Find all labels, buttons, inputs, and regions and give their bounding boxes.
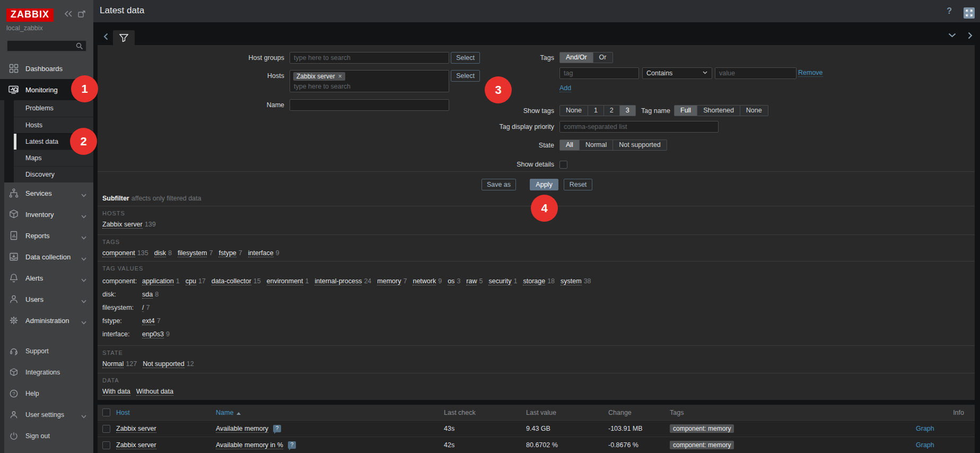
sidebar-search-input[interactable] (7, 40, 86, 51)
item-name-link[interactable]: Available memory in % (216, 441, 283, 449)
hosts-multiselect[interactable]: Zabbix server× type here to search (290, 70, 449, 92)
sidebar-item-sign-out[interactable]: Sign out (0, 425, 93, 447)
tag-operator-select[interactable]: Contains (642, 67, 712, 79)
tag-value-input[interactable] (715, 67, 797, 79)
row-checkbox[interactable] (102, 425, 110, 433)
column-header-tags: Tags (670, 409, 916, 416)
subfilter-link[interactable]: application (142, 277, 174, 285)
page-header: Latest data ? (93, 0, 980, 22)
subfilter-link[interactable]: fstype (218, 249, 236, 257)
sidebar-item-inventory[interactable]: Inventory (0, 204, 93, 225)
item-description-icon[interactable]: ? (288, 441, 296, 449)
remove-host-icon[interactable]: × (338, 73, 342, 80)
subfilter-link[interactable]: security (488, 277, 511, 285)
state-normal[interactable]: Normal (580, 140, 613, 151)
tag-add-link[interactable]: Add (559, 84, 571, 92)
host-link[interactable]: Zabbix server (116, 441, 156, 449)
subfilter-link[interactable]: Not supported (143, 360, 185, 368)
tag-chip[interactable]: component: memory (670, 424, 734, 433)
subfilter-link[interactable]: system (561, 277, 582, 285)
tag-value-group-label: fstype: (102, 317, 142, 326)
subfilter-link[interactable]: Without data (136, 388, 173, 396)
tag-input[interactable] (559, 67, 639, 79)
subfilter-link[interactable]: ext4 (142, 317, 155, 325)
item-name-link[interactable]: Available memory (216, 425, 268, 433)
subfilter-link[interactable]: enp0s3 (142, 330, 164, 338)
subfilter-link[interactable]: internal-process (314, 277, 362, 285)
tag-remove-link[interactable]: Remove (798, 69, 823, 77)
subfilter-link[interactable]: cpu (186, 277, 196, 285)
subfilter-link[interactable]: memory (377, 277, 401, 285)
collapse-filter-icon[interactable] (948, 32, 956, 41)
graph-link[interactable]: Graph (916, 441, 934, 449)
tags-operator-and-or[interactable]: And/Or (559, 52, 593, 63)
row-checkbox[interactable] (102, 441, 110, 449)
tag-name-full[interactable]: Full (674, 105, 697, 116)
subfilter-count: 9 (438, 277, 442, 285)
last-check-cell: 43s (444, 425, 526, 432)
sidebar-item-integrations[interactable]: Integrations (0, 362, 93, 383)
subfilter-link[interactable]: disk (154, 249, 166, 257)
help-icon[interactable]: ? (947, 6, 952, 16)
sidebar-item-help[interactable]: ?Help (0, 383, 93, 404)
zabbix-logo[interactable]: ZABBIX (6, 8, 54, 22)
hide-sidebar-icon[interactable] (78, 11, 85, 19)
subfilter-count: 7 (239, 249, 242, 257)
graph-link[interactable]: Graph (916, 425, 934, 432)
filter-prev-arrow[interactable] (103, 33, 108, 42)
subfilter-link[interactable]: Normal (102, 360, 124, 368)
show-details-checkbox[interactable] (559, 161, 567, 169)
sidebar-item-services[interactable]: Services (0, 182, 93, 204)
submenu-item-discovery[interactable]: Discovery (14, 166, 93, 182)
subfilter-link[interactable]: Zabbix server (102, 221, 143, 229)
next-page-icon[interactable] (968, 32, 973, 41)
sidebar-item-alerts[interactable]: Alerts (0, 267, 93, 289)
sidebar-item-user-settings[interactable]: User settings (0, 404, 93, 425)
tag-value-group-label: filesystem: (102, 303, 142, 312)
submenu-item-problems[interactable]: Problems (14, 100, 93, 117)
subfilter-link[interactable]: data-collector (212, 277, 251, 285)
sidebar-item-reports[interactable]: Reports (0, 225, 93, 246)
subfilter-link[interactable]: network (413, 277, 436, 285)
tags-operator-or[interactable]: Or (593, 52, 613, 63)
tag-chip[interactable]: component: memory (670, 441, 734, 449)
sidebar-item-support[interactable]: Support (0, 341, 93, 362)
reports-icon (7, 230, 20, 241)
filter-tab[interactable] (113, 30, 135, 46)
tag-name-shortened[interactable]: Shortened (697, 105, 740, 116)
subfilter-link[interactable]: storage (523, 277, 545, 285)
sidebar-item-users[interactable]: Users (0, 289, 93, 310)
save-as-button[interactable]: Save as (482, 179, 516, 190)
subfilter-link[interactable]: sda (142, 291, 153, 299)
column-header-host[interactable]: Host (116, 409, 130, 416)
last-check-cell: 42s (444, 441, 526, 449)
show-tags-none[interactable]: None (559, 105, 588, 116)
host-groups-input[interactable] (290, 52, 449, 64)
subfilter-link[interactable]: With data (102, 388, 130, 396)
state-not-supported[interactable]: Not supported (613, 140, 667, 151)
subfilter-link[interactable]: raw (466, 277, 477, 285)
select-all-checkbox[interactable] (102, 408, 110, 416)
subfilter-link[interactable]: environment (267, 277, 303, 285)
sidebar-item-data-collection[interactable]: Data collection (0, 246, 93, 267)
host-chip[interactable]: Zabbix server× (293, 72, 345, 81)
sidebar-item-administration[interactable]: Administration (0, 310, 93, 331)
hosts-select-button[interactable]: Select (451, 70, 480, 82)
subfilter-link[interactable]: component (102, 249, 135, 257)
subfilter-link[interactable]: interface (248, 249, 274, 257)
state-all[interactable]: All (559, 140, 580, 151)
kiosk-mode-button[interactable] (964, 7, 975, 19)
tag-name-none[interactable]: None (740, 105, 768, 116)
subfilter-link[interactable]: filesystem (178, 249, 207, 257)
apply-button[interactable]: Apply (530, 179, 558, 190)
name-input[interactable] (290, 99, 449, 111)
host-link[interactable]: Zabbix server (116, 425, 156, 433)
subfilter-link[interactable]: / (142, 304, 144, 312)
subfilter-link[interactable]: os (448, 277, 454, 285)
collapse-sidebar-icon[interactable] (64, 11, 73, 19)
column-header-name[interactable]: Name (216, 409, 233, 416)
tag-display-priority-input[interactable] (559, 121, 719, 133)
reset-button[interactable]: Reset (564, 179, 592, 190)
item-description-icon[interactable]: ? (273, 425, 281, 432)
subfilter-section-tags: TAGScomponent135disk8filesystem7fstype7i… (98, 234, 975, 261)
